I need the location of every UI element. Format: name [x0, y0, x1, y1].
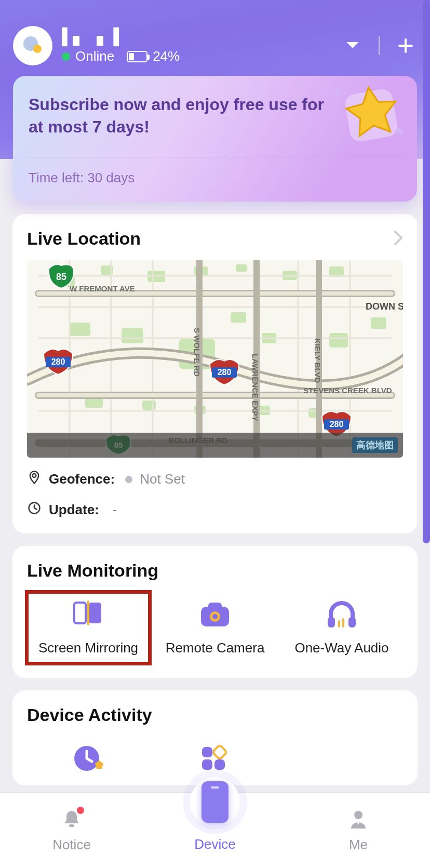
svg-rect-47	[89, 603, 101, 623]
geofence-row[interactable]: Geofence: Not Set	[27, 470, 403, 488]
update-row: Update: -	[27, 501, 403, 519]
nav-me[interactable]: Me	[287, 793, 430, 868]
map-road-label: W FREMONT AVE	[70, 284, 135, 293]
svg-rect-21	[142, 400, 156, 410]
svg-text:280: 280	[218, 368, 232, 377]
svg-rect-16	[231, 312, 246, 323]
svg-point-63	[354, 811, 362, 819]
nav-notice[interactable]: Notice	[0, 793, 143, 868]
status-dot-grey-icon	[125, 476, 132, 483]
svg-rect-50	[208, 603, 222, 610]
live-monitoring-card: Live Monitoring Screen Mirroring Remote …	[12, 546, 418, 678]
svg-rect-3	[398, 45, 413, 47]
subscribe-promo-card[interactable]: Subscribe now and enjoy free use for at …	[13, 76, 417, 202]
svg-rect-10	[236, 264, 247, 272]
svg-rect-62	[69, 824, 74, 827]
svg-rect-55	[338, 620, 340, 627]
live-location-title: Live Location	[27, 229, 141, 249]
svg-rect-54	[348, 617, 356, 627]
svg-rect-14	[122, 328, 143, 343]
mini-map[interactable]: W FREMONT AVE S WOLFE RD LAWRENCE EXPY K…	[27, 260, 403, 458]
svg-text:280: 280	[51, 357, 65, 366]
feature-screen-time[interactable]	[27, 737, 150, 780]
feature-apps-grid[interactable]	[154, 737, 276, 780]
map-road-label: KIELY BLVD	[313, 338, 322, 383]
svg-text:85: 85	[56, 272, 66, 282]
svg-rect-46	[74, 603, 86, 623]
svg-point-1	[33, 45, 42, 53]
map-road-label: STEVENS CREEK BLVD	[303, 386, 392, 395]
svg-rect-59	[202, 759, 212, 770]
svg-rect-61	[212, 745, 227, 759]
bell-icon	[60, 808, 83, 833]
notification-dot-icon	[77, 807, 84, 814]
promo-subtitle: Time left: 30 days	[29, 157, 401, 186]
svg-rect-53	[328, 617, 335, 627]
headphones-icon	[324, 599, 360, 629]
bottom-nav: Notice Device Me	[0, 792, 430, 868]
map-attribution-badge: 高德地图	[352, 437, 398, 453]
svg-rect-13	[70, 323, 90, 336]
device-activity-card: Device Activity	[12, 690, 418, 785]
device-dropdown-button[interactable]	[341, 34, 364, 57]
svg-point-52	[212, 614, 218, 619]
plus-icon	[397, 37, 414, 54]
promo-title: Subscribe now and enjoy free use for at …	[29, 94, 327, 138]
svg-rect-60	[214, 759, 225, 770]
svg-rect-19	[371, 317, 386, 329]
camera-icon	[197, 599, 233, 629]
star-decoration-icon	[333, 79, 411, 149]
svg-rect-56	[342, 618, 344, 627]
svg-text:280: 280	[330, 420, 344, 429]
svg-rect-18	[329, 333, 348, 348]
device-center-button[interactable]	[190, 777, 240, 827]
device-name-label: ▌▖ ▗ ▐	[62, 27, 332, 45]
chevron-down-icon	[345, 41, 360, 51]
header-divider	[379, 36, 380, 55]
person-icon	[347, 808, 370, 833]
battery-icon	[127, 51, 147, 62]
clock-icon	[27, 501, 42, 519]
status-dot-icon	[62, 52, 70, 61]
feature-remote-camera[interactable]: Remote Camera	[154, 592, 276, 663]
clock-badge-icon	[70, 744, 106, 773]
live-location-open-button[interactable]	[394, 230, 403, 248]
add-device-button[interactable]	[394, 34, 417, 57]
device-activity-title: Device Activity	[27, 705, 403, 725]
feature-one-way-audio[interactable]: One-Way Audio	[280, 592, 403, 663]
nav-device[interactable]: Device	[143, 793, 287, 868]
chevron-right-icon	[394, 230, 403, 246]
scrollbar-thumb[interactable]	[423, 0, 430, 543]
svg-rect-48	[87, 600, 89, 625]
geofence-icon	[27, 470, 42, 488]
live-location-card: Live Location	[12, 214, 418, 533]
map-road-label: S WOLFE RD	[193, 328, 201, 377]
map-road-label: LAWRENCE EXPY	[251, 354, 260, 421]
scrollbar-track[interactable]	[423, 0, 430, 551]
svg-rect-58	[202, 747, 212, 757]
live-monitoring-title: Live Monitoring	[27, 560, 403, 581]
battery-status: 24%	[127, 48, 180, 64]
phone-icon	[201, 781, 229, 823]
screen-mirroring-icon	[70, 599, 106, 629]
map-attribution-bar: 高德地图	[27, 433, 403, 458]
map-corner-label: DOWN SANTA	[366, 301, 403, 312]
status-online: Online	[62, 48, 114, 64]
feature-screen-mirroring[interactable]: Screen Mirroring	[27, 592, 150, 663]
avatar[interactable]	[13, 26, 52, 65]
feature-placeholder[interactable]	[280, 737, 403, 780]
apps-grid-icon	[197, 744, 233, 773]
